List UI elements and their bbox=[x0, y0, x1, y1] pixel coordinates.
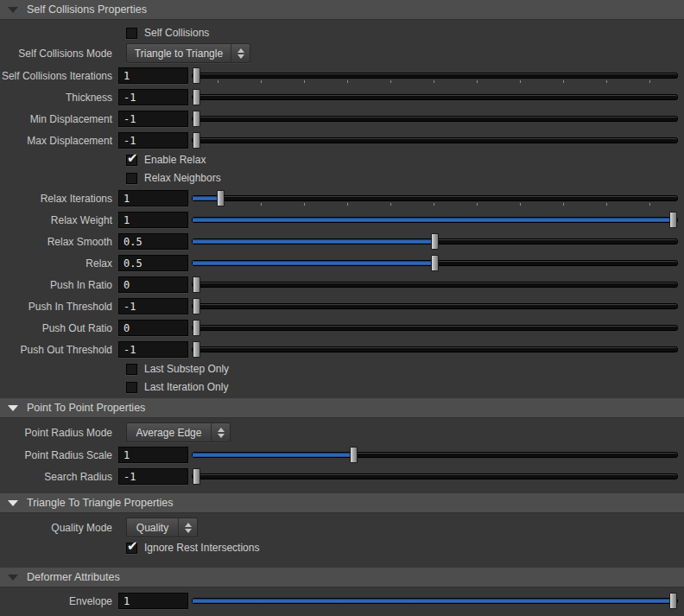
last-iteration-only-checkbox[interactable] bbox=[126, 382, 137, 393]
ignore-rest-intersections-checkbox[interactable] bbox=[126, 543, 137, 554]
slider-fill bbox=[193, 239, 431, 244]
push-in-ratio-field[interactable] bbox=[118, 276, 188, 293]
push-out-ratio-field[interactable] bbox=[118, 320, 188, 336]
collapse-triangle-icon[interactable] bbox=[8, 500, 18, 506]
relax-iterations-slider[interactable] bbox=[192, 190, 678, 206]
slider-handle[interactable] bbox=[193, 320, 200, 336]
push-in-threshold-slider[interactable] bbox=[192, 298, 678, 314]
section-header-deformer-attributes[interactable]: Deformer Attributes bbox=[0, 568, 684, 587]
row-push-in-ratio: Push In Ratio bbox=[0, 276, 684, 293]
enable-relax-checkbox[interactable] bbox=[126, 155, 137, 166]
self-collisions-iterations-slider[interactable] bbox=[192, 67, 678, 84]
checkbox-label: Ignore Rest Intersections bbox=[144, 542, 259, 554]
slider-handle[interactable] bbox=[193, 67, 200, 84]
dropdown-value: Quality bbox=[127, 518, 178, 537]
envelope-slider[interactable] bbox=[192, 593, 678, 609]
row-relax-weight: Relax Weight bbox=[0, 212, 684, 228]
dropdown-arrows-icon[interactable] bbox=[231, 44, 250, 62]
slider-handle[interactable] bbox=[431, 255, 439, 271]
slider-handle[interactable] bbox=[193, 132, 200, 149]
attr-label: Envelope bbox=[0, 595, 112, 607]
slider-handle[interactable] bbox=[193, 298, 200, 314]
slider-handle[interactable] bbox=[669, 212, 677, 228]
dropdown-arrows-icon[interactable] bbox=[211, 423, 230, 441]
max-displacement-field[interactable] bbox=[118, 132, 188, 149]
checkbox-label: Enable Relax bbox=[144, 154, 206, 166]
point-radius-scale-slider[interactable] bbox=[192, 447, 678, 463]
section-header-point-to-point-properties[interactable]: Point To Point Properties bbox=[0, 398, 684, 418]
envelope-field[interactable] bbox=[118, 593, 188, 609]
arrow-up-icon bbox=[218, 428, 225, 432]
push-in-threshold-field[interactable] bbox=[118, 298, 188, 314]
row-max-displacement: Max Displacement bbox=[0, 132, 684, 149]
attribute-editor-panel: Self Collisions Properties Self Collisio… bbox=[0, 0, 684, 616]
row-ignore-rest-intersections: Ignore Rest Intersections bbox=[0, 542, 684, 554]
section-header-triangle-to-triangle-properties[interactable]: Triangle To Triangle Properties bbox=[0, 493, 684, 513]
slider-handle[interactable] bbox=[193, 468, 200, 485]
point-radius-mode-dropdown[interactable]: Average Edge bbox=[126, 422, 231, 442]
collapse-triangle-icon[interactable] bbox=[8, 405, 18, 411]
self-collisions-checkbox[interactable] bbox=[126, 28, 137, 39]
point-radius-scale-field[interactable] bbox=[118, 447, 188, 463]
section-header-self-collisions-properties[interactable]: Self Collisions Properties bbox=[0, 0, 684, 20]
attr-label: Point Radius Mode bbox=[0, 427, 112, 439]
min-displacement-slider[interactable] bbox=[192, 111, 678, 127]
arrow-down-icon bbox=[218, 434, 225, 438]
row-push-in-threshold: Push In Threshold bbox=[0, 298, 684, 314]
slider-handle[interactable] bbox=[217, 190, 225, 206]
arrow-down-icon bbox=[238, 54, 244, 59]
row-envelope: Envelope bbox=[0, 593, 684, 609]
row-thickness: Thickness bbox=[0, 89, 684, 105]
relax-slider[interactable] bbox=[192, 255, 678, 271]
attr-label: Min Displacement bbox=[0, 113, 112, 125]
push-out-threshold-field[interactable] bbox=[118, 341, 188, 358]
relax-neighbors-checkbox[interactable] bbox=[126, 173, 137, 184]
row-self-collisions-iterations: Self Collisions Iterations bbox=[0, 67, 684, 84]
slider-handle[interactable] bbox=[193, 89, 200, 105]
relax-iterations-field[interactable] bbox=[118, 190, 188, 206]
attr-label: Max Displacement bbox=[0, 135, 112, 147]
section-title: Point To Point Properties bbox=[27, 402, 145, 414]
slider-handle[interactable] bbox=[431, 233, 439, 250]
attr-label: Point Radius Scale bbox=[0, 449, 112, 461]
collapse-triangle-icon[interactable] bbox=[8, 7, 18, 13]
checkbox-label: Self Collisions bbox=[144, 27, 209, 39]
slider-handle[interactable] bbox=[193, 111, 200, 127]
section-title: Deformer Attributes bbox=[27, 571, 120, 583]
search-radius-slider[interactable] bbox=[192, 468, 678, 485]
attr-label: Relax Weight bbox=[0, 214, 112, 226]
arrow-up-icon bbox=[238, 48, 244, 53]
max-displacement-slider[interactable] bbox=[192, 132, 678, 149]
row-point-radius-scale: Point Radius Scale bbox=[0, 447, 684, 463]
slider-handle[interactable] bbox=[350, 447, 358, 463]
attr-label: Thickness bbox=[0, 92, 112, 104]
relax-smooth-field[interactable] bbox=[118, 233, 188, 250]
attr-label: Self Collisions Mode bbox=[0, 48, 112, 60]
checkbox-label: Relax Neighbors bbox=[144, 172, 221, 184]
push-out-ratio-slider[interactable] bbox=[192, 320, 678, 336]
attr-label: Push In Ratio bbox=[0, 279, 112, 291]
attr-label: Self Collisions Iterations bbox=[0, 70, 112, 82]
thickness-slider[interactable] bbox=[192, 89, 678, 105]
slider-handle[interactable] bbox=[669, 593, 677, 609]
quality-mode-dropdown[interactable]: Quality bbox=[126, 518, 198, 537]
arrow-up-icon bbox=[185, 523, 192, 527]
push-in-ratio-slider[interactable] bbox=[192, 276, 678, 293]
slider-handle[interactable] bbox=[193, 276, 200, 293]
slider-handle[interactable] bbox=[193, 341, 200, 358]
attr-label: Push Out Ratio bbox=[0, 322, 112, 334]
dropdown-arrows-icon[interactable] bbox=[178, 518, 197, 537]
last-substep-only-checkbox[interactable] bbox=[126, 364, 137, 375]
collapse-triangle-icon[interactable] bbox=[8, 575, 18, 581]
relax-field[interactable] bbox=[118, 255, 188, 271]
relax-weight-field[interactable] bbox=[118, 212, 188, 228]
thickness-field[interactable] bbox=[118, 89, 188, 105]
attr-label: Push In Threshold bbox=[0, 301, 112, 313]
self-collisions-iterations-field[interactable] bbox=[118, 67, 188, 84]
min-displacement-field[interactable] bbox=[118, 111, 188, 127]
relax-weight-slider[interactable] bbox=[192, 212, 678, 228]
push-out-threshold-slider[interactable] bbox=[192, 341, 678, 358]
relax-smooth-slider[interactable] bbox=[192, 233, 678, 250]
self-collisions-mode-dropdown[interactable]: Triangle to Triangle bbox=[126, 43, 250, 63]
search-radius-field[interactable] bbox=[118, 468, 188, 485]
